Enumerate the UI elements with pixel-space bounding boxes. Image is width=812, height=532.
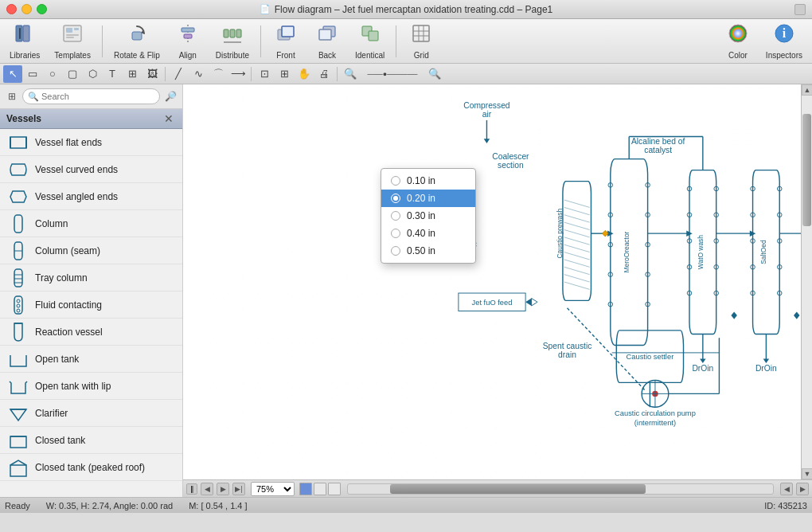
- sidebar-item-vessel-flat-ends[interactable]: Vessel flat ends: [0, 129, 182, 156]
- svg-rect-13: [230, 29, 235, 37]
- scroll-up-button[interactable]: ▲: [802, 84, 812, 96]
- page-dot-2[interactable]: [314, 483, 326, 495]
- zoom-region-tool[interactable]: ⊞: [275, 65, 294, 83]
- svg-rect-36: [14, 269, 22, 287]
- dropdown-item-040[interactable]: 0.40 in: [381, 225, 475, 242]
- zoom-minus[interactable]: 🔍: [341, 65, 360, 83]
- zoom-plus[interactable]: 🔍: [425, 65, 444, 83]
- sidebar-item-fluid-contacting[interactable]: Fluid contacting: [0, 291, 182, 319]
- print-tool[interactable]: 🖨: [314, 65, 334, 83]
- window-control-button[interactable]: [794, 4, 806, 15]
- polygon-tool[interactable]: ⬡: [83, 65, 102, 83]
- dropdown-item-030[interactable]: 0.30 in: [381, 207, 475, 225]
- sidebar-item-column-seam[interactable]: Column (seam): [0, 237, 182, 264]
- search-submit-button[interactable]: 🔎: [162, 88, 179, 105]
- table-tool[interactable]: ⊞: [123, 65, 142, 83]
- rounded-rect-tool[interactable]: ▢: [63, 65, 82, 83]
- sidebar-item-closed-tank[interactable]: Closed tank: [0, 427, 182, 454]
- toolbar-inspectors[interactable]: i Inspectors: [759, 22, 809, 61]
- toolbar-distribute[interactable]: Distribute: [209, 22, 256, 61]
- zoom-pan-tool[interactable]: ✋: [295, 65, 314, 83]
- toolbar-libraries[interactable]: Libraries: [3, 22, 46, 61]
- vessel-angled-ends-label: Vessel angled ends: [35, 191, 118, 202]
- zoom-fit-tool[interactable]: ⊡: [255, 65, 274, 83]
- image-tool[interactable]: 🖼: [142, 65, 162, 83]
- select-tool[interactable]: ↖: [3, 65, 22, 83]
- toolbar-rotate-flip[interactable]: Rotate & Flip: [107, 22, 166, 61]
- category-label: Vessels: [6, 113, 41, 124]
- last-page-button[interactable]: ▶|: [232, 483, 245, 495]
- dropdown-option-label: 0.30 in: [407, 210, 435, 221]
- scroll-right-button[interactable]: ▶: [796, 483, 809, 495]
- svg-text:DrOin: DrOin: [755, 364, 777, 373]
- zoom-slider[interactable]: ───●──────: [361, 65, 424, 83]
- canvas-right-scrollbar[interactable]: ▲ ▼: [801, 84, 812, 479]
- scroll-down-button[interactable]: ▼: [802, 468, 812, 479]
- toolbar-back[interactable]: Back: [307, 22, 347, 61]
- sidebar-item-vessel-angled-ends[interactable]: Vessel angled ends: [0, 183, 182, 210]
- dropdown-item-010[interactable]: 0.10 in: [381, 172, 475, 190]
- sidebar-item-tray-column[interactable]: Tray column: [0, 264, 182, 291]
- dropdown-item-050[interactable]: 0.50 in: [381, 242, 475, 260]
- sidebar-grid-view-button[interactable]: ⊞: [3, 88, 21, 105]
- front-icon: [275, 22, 297, 49]
- mouse-position-status: M: [ 0.54 , 1.4 ]: [189, 501, 247, 510]
- toolbar-align[interactable]: Align: [168, 22, 208, 61]
- category-close-button[interactable]: ✕: [162, 111, 176, 126]
- pause-button[interactable]: ‖: [186, 483, 197, 495]
- sidebar-item-closed-tank-peaked[interactable]: Closed tank (peaked roof): [0, 454, 182, 481]
- svg-point-41: [17, 299, 20, 303]
- dropdown-item-020[interactable]: 0.20 in: [381, 190, 475, 207]
- inspectors-icon: i: [773, 22, 795, 49]
- svg-rect-2: [19, 28, 21, 39]
- sidebar-item-column[interactable]: Column: [0, 210, 182, 237]
- svg-rect-51: [197, 84, 786, 479]
- page-dot-3[interactable]: [328, 483, 341, 495]
- next-page-button[interactable]: ▶: [217, 483, 229, 495]
- open-tank-lip-icon: [6, 375, 30, 397]
- bottom-navigation-bar: ‖ ◀ ▶ ▶| 75%50%100%150% ◀ ▶: [183, 479, 812, 497]
- prev-page-button[interactable]: ◀: [201, 483, 213, 495]
- close-button[interactable]: [6, 4, 17, 14]
- scroll-track[interactable]: [802, 96, 812, 468]
- connector-tool[interactable]: ⟶: [228, 65, 248, 83]
- toolbar-identical[interactable]: Identical: [349, 22, 391, 61]
- canvas-area[interactable]: Compressed air Coalescer section Fresh c…: [183, 84, 801, 479]
- line-tool[interactable]: ╱: [169, 65, 188, 83]
- horizontal-scroll-track[interactable]: [347, 483, 774, 495]
- horizontal-scroll-thumb[interactable]: [390, 484, 645, 494]
- sidebar-item-open-tank[interactable]: Open tank: [0, 346, 182, 373]
- page-dot-1[interactable]: [299, 483, 312, 495]
- rect-tool[interactable]: ▭: [23, 65, 42, 83]
- scroll-thumb[interactable]: [802, 114, 811, 225]
- sidebar-item-clarifier[interactable]: Clarifier: [0, 400, 182, 427]
- tool-sep-1: [165, 67, 166, 81]
- toolbar-grid[interactable]: Grid: [401, 22, 441, 61]
- ellipse-tool[interactable]: ○: [43, 65, 62, 83]
- curve-tool[interactable]: ∿: [189, 65, 208, 83]
- svg-rect-4: [66, 28, 72, 33]
- svg-text:Coalescer: Coalescer: [492, 152, 529, 161]
- diagram-svg: Compressed air Coalescer section Fresh c…: [183, 84, 801, 479]
- libraries-label: Libraries: [10, 51, 40, 60]
- toolbar-color[interactable]: Color: [718, 22, 758, 61]
- svg-rect-5: [74, 28, 79, 30]
- closed-tank-peaked-label: Closed tank (peaked roof): [35, 462, 145, 473]
- maximize-button[interactable]: [37, 4, 47, 14]
- text-tool[interactable]: T: [103, 65, 122, 83]
- toolbar-front[interactable]: Front: [266, 22, 306, 61]
- zoom-select[interactable]: 75%50%100%150%: [251, 482, 295, 496]
- search-input[interactable]: [41, 92, 154, 101]
- sidebar-item-open-tank-lip[interactable]: Open tank with lip: [0, 373, 182, 400]
- svg-rect-22: [413, 25, 429, 41]
- tray-column-label: Tray column: [35, 272, 88, 284]
- svg-text:Spent caustic: Spent caustic: [543, 342, 592, 350]
- sidebar-item-vessel-curved-ends[interactable]: Vessel curved ends: [0, 156, 182, 183]
- sidebar-item-reaction-vessel[interactable]: Reaction vessel: [0, 319, 182, 346]
- closed-tank-label: Closed tank: [35, 435, 85, 446]
- minimize-button[interactable]: [21, 4, 32, 14]
- svg-text:MeroOreactor: MeroOreactor: [623, 231, 630, 272]
- toolbar-templates[interactable]: Templates: [48, 22, 97, 61]
- arc-tool[interactable]: ⌒: [209, 65, 228, 83]
- scroll-left-button[interactable]: ◀: [780, 483, 793, 495]
